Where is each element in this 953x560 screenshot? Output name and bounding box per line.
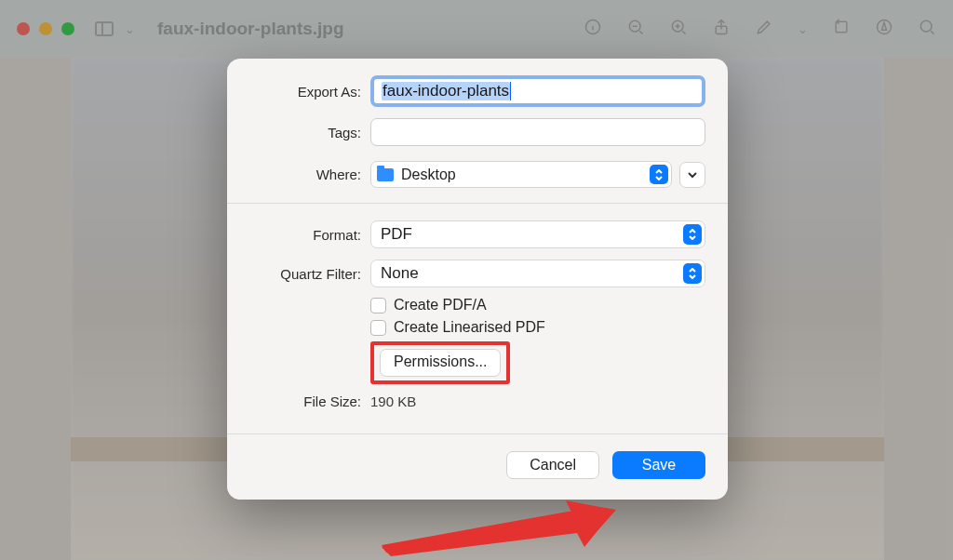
export-dialog: Export As: faux-indoor-plants Tags: Wher…	[227, 59, 728, 500]
format-select[interactable]: PDF	[370, 220, 705, 248]
create-linearised-checkbox[interactable]	[370, 320, 386, 336]
where-stepper-icon	[650, 165, 668, 184]
cancel-button[interactable]: Cancel	[506, 451, 599, 479]
tags-input[interactable]	[370, 118, 705, 146]
quartz-filter-label: Quartz Filter:	[249, 266, 370, 282]
permissions-button[interactable]: Permissions...	[380, 349, 501, 377]
format-label: Format:	[249, 227, 370, 243]
create-linearised-label: Create Linearised PDF	[394, 319, 545, 336]
create-pdfa-label: Create PDF/A	[394, 297, 487, 313]
annotation-highlight: Permissions...	[370, 341, 510, 384]
file-size-value: 190 KB	[370, 393, 416, 409]
export-as-input[interactable]: faux-indoor-plants	[370, 75, 705, 107]
where-label: Where:	[249, 167, 370, 182]
export-as-label: Export As:	[249, 84, 370, 100]
folder-icon	[377, 168, 394, 181]
format-stepper-icon	[683, 224, 702, 245]
save-button[interactable]: Save	[612, 451, 705, 479]
file-size-label: File Size:	[249, 393, 370, 409]
divider	[227, 203, 728, 204]
disclosure-button[interactable]	[679, 162, 705, 188]
where-value: Desktop	[401, 167, 456, 183]
where-select[interactable]: Desktop	[370, 161, 672, 188]
tags-label: Tags:	[249, 125, 370, 140]
create-pdfa-checkbox[interactable]	[370, 298, 386, 313]
quartz-stepper-icon	[683, 263, 702, 284]
quartz-filter-select[interactable]: None	[370, 260, 705, 287]
